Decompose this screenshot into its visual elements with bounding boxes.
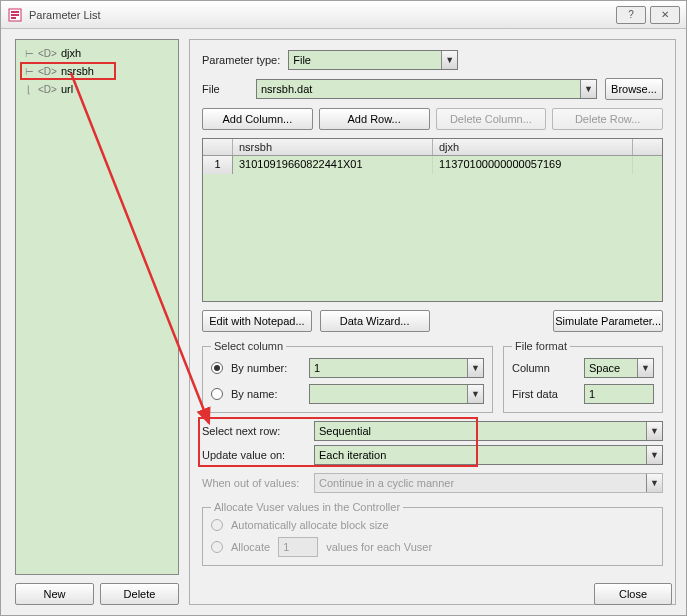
auto-alloc-radio (211, 519, 223, 531)
allocate-suffix: values for each Vuser (326, 541, 432, 553)
out-of-values-value: Continue in a cyclic manner (319, 477, 454, 489)
param-type-select[interactable]: File ▼ (288, 50, 458, 70)
help-button[interactable]: ? (616, 6, 646, 24)
chevron-down-icon: ▼ (646, 474, 662, 492)
chevron-down-icon: ▼ (646, 422, 662, 440)
parameter-tree[interactable]: ⊢ <D> djxh ⊢ <D> nsrsbh ⌊ <D> url (15, 39, 179, 575)
titlebar: Parameter List ? ✕ (1, 1, 686, 29)
delete-button[interactable]: Delete (100, 583, 179, 605)
grid-corner (203, 139, 233, 155)
table-row[interactable]: 1 31010919660822441X01 11370100000000057… (203, 156, 662, 174)
manual-alloc-radio (211, 541, 223, 553)
param-icon: <D> (38, 84, 57, 95)
by-number-select[interactable]: 1 ▼ (309, 358, 484, 378)
out-of-values-select: Continue in a cyclic manner ▼ (314, 473, 663, 493)
parameter-list-dialog: Parameter List ? ✕ ⊢ <D> djxh ⊢ <D> nsrs… (0, 0, 687, 616)
update-on-value: Each iteration (319, 449, 386, 461)
allocate-value: 1 (283, 541, 289, 553)
add-row-button[interactable]: Add Row... (319, 108, 430, 130)
next-row-label: Select next row: (202, 425, 306, 437)
column-header[interactable]: nsrsbh (233, 139, 433, 155)
tree-item-nsrsbh[interactable]: ⊢ <D> nsrsbh (18, 62, 176, 80)
app-icon (7, 7, 23, 23)
left-pane: ⊢ <D> djxh ⊢ <D> nsrsbh ⌊ <D> url New (15, 39, 179, 605)
browse-button[interactable]: Browse... (605, 78, 663, 100)
row-number: 1 (203, 156, 233, 174)
out-of-values-label: When out of values: (202, 477, 306, 489)
column-header[interactable]: djxh (433, 139, 633, 155)
chevron-down-icon: ▼ (441, 51, 457, 69)
delete-row-button: Delete Row... (552, 108, 663, 130)
by-name-label: By name: (231, 388, 301, 400)
select-column-legend: Select column (211, 340, 286, 352)
param-type-value: File (293, 54, 311, 66)
add-column-button[interactable]: Add Column... (202, 108, 313, 130)
tree-item-url[interactable]: ⌊ <D> url (18, 80, 176, 98)
chevron-down-icon: ▼ (467, 385, 483, 403)
file-format-group: File format Column Space ▼ First data 1 (503, 340, 663, 413)
right-pane: Parameter type: File ▼ File nsrsbh.dat ▼… (189, 39, 676, 605)
vuser-alloc-group: Allocate Vuser values in the Controller … (202, 501, 663, 566)
file-path-select[interactable]: nsrsbh.dat ▼ (256, 79, 597, 99)
data-wizard-button[interactable]: Data Wizard... (320, 310, 430, 332)
file-path-value: nsrsbh.dat (261, 83, 312, 95)
new-button[interactable]: New (15, 583, 94, 605)
next-row-select[interactable]: Sequential ▼ (314, 421, 663, 441)
by-number-label: By number: (231, 362, 301, 374)
chevron-down-icon: ▼ (646, 446, 662, 464)
column-delim-value: Space (589, 362, 620, 374)
first-data-label: First data (512, 388, 576, 400)
tree-connector: ⊢ (24, 48, 34, 59)
update-on-label: Update value on: (202, 449, 306, 461)
next-row-value: Sequential (319, 425, 371, 437)
close-window-button[interactable]: ✕ (650, 6, 680, 24)
auto-alloc-label: Automatically allocate block size (231, 519, 389, 531)
edit-notepad-button[interactable]: Edit with Notepad... (202, 310, 312, 332)
by-number-value: 1 (314, 362, 320, 374)
tree-connector: ⊢ (24, 66, 34, 77)
allocate-label: Allocate (231, 541, 270, 553)
by-number-radio[interactable] (211, 362, 223, 374)
file-format-legend: File format (512, 340, 570, 352)
window-title: Parameter List (29, 9, 616, 21)
svg-rect-2 (11, 14, 19, 16)
chevron-down-icon: ▼ (467, 359, 483, 377)
param-icon: <D> (38, 66, 57, 77)
svg-rect-3 (11, 17, 16, 19)
select-column-group: Select column By number: 1 ▼ By name: (202, 340, 493, 413)
data-grid[interactable]: nsrsbh djxh 1 31010919660822441X01 11370… (202, 138, 663, 302)
tree-item-djxh[interactable]: ⊢ <D> djxh (18, 44, 176, 62)
delete-column-button: Delete Column... (436, 108, 547, 130)
by-name-select[interactable]: ▼ (309, 384, 484, 404)
window-buttons: ? ✕ (616, 6, 680, 24)
by-name-radio[interactable] (211, 388, 223, 400)
close-button[interactable]: Close (594, 583, 672, 605)
param-type-label: Parameter type: (202, 54, 280, 66)
update-on-select[interactable]: Each iteration ▼ (314, 445, 663, 465)
param-icon: <D> (38, 48, 57, 59)
cell[interactable]: 11370100000000057169 (433, 156, 633, 174)
tree-connector: ⌊ (24, 84, 34, 95)
column-delim-label: Column (512, 362, 576, 374)
vuser-alloc-legend: Allocate Vuser values in the Controller (211, 501, 403, 513)
cell[interactable]: 31010919660822441X01 (233, 156, 433, 174)
simulate-button[interactable]: Simulate Parameter... (553, 310, 663, 332)
column-delim-select[interactable]: Space ▼ (584, 358, 654, 378)
svg-rect-1 (11, 11, 19, 13)
allocate-input: 1 (278, 537, 318, 557)
first-data-value: 1 (589, 388, 595, 400)
tree-label: djxh (61, 47, 81, 59)
tree-label: url (61, 83, 73, 95)
chevron-down-icon: ▼ (637, 359, 653, 377)
first-data-input[interactable]: 1 (584, 384, 654, 404)
tree-label: nsrsbh (61, 65, 94, 77)
chevron-down-icon: ▼ (580, 80, 596, 98)
grid-header: nsrsbh djxh (203, 139, 662, 156)
file-label: File (202, 83, 248, 95)
